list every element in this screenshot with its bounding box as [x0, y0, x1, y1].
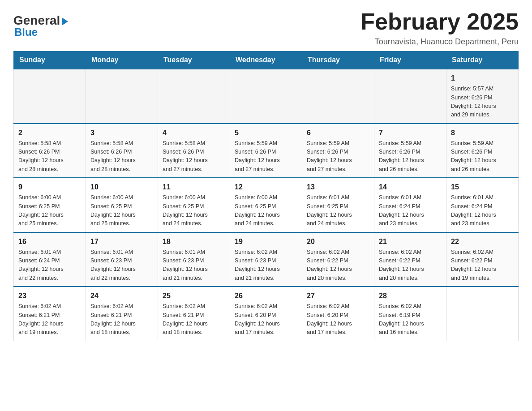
day-number: 11	[163, 182, 225, 193]
day-info: Sunrise: 6:01 AMSunset: 6:23 PMDaylight:…	[90, 248, 153, 283]
calendar-cell: 2Sunrise: 5:58 AMSunset: 6:26 PMDaylight…	[14, 124, 86, 178]
day-number: 25	[163, 291, 225, 301]
calendar-cell: 22Sunrise: 6:02 AMSunset: 6:22 PMDayligh…	[446, 232, 519, 287]
calendar-cell	[230, 69, 302, 124]
calendar-cell: 12Sunrise: 6:00 AMSunset: 6:25 PMDayligh…	[230, 178, 302, 232]
calendar-cell: 26Sunrise: 6:02 AMSunset: 6:20 PMDayligh…	[230, 287, 302, 341]
calendar-cell: 11Sunrise: 6:00 AMSunset: 6:25 PMDayligh…	[158, 178, 230, 232]
day-info: Sunrise: 5:59 AMSunset: 6:26 PMDaylight:…	[379, 139, 442, 174]
calendar-cell: 16Sunrise: 6:01 AMSunset: 6:24 PMDayligh…	[14, 232, 86, 287]
day-number: 18	[163, 236, 225, 247]
calendar-cell: 6Sunrise: 5:59 AMSunset: 6:26 PMDaylight…	[302, 124, 374, 178]
logo: General Blue	[13, 9, 68, 39]
day-number: 21	[379, 236, 442, 247]
calendar-cell: 19Sunrise: 6:02 AMSunset: 6:23 PMDayligh…	[230, 232, 302, 287]
day-info: Sunrise: 5:59 AMSunset: 6:26 PMDaylight:…	[235, 139, 297, 174]
day-info: Sunrise: 6:02 AMSunset: 6:20 PMDaylight:…	[307, 302, 369, 337]
header: General Blue February 2025 Tournavista, …	[13, 9, 519, 47]
week-row-5: 23Sunrise: 6:02 AMSunset: 6:21 PMDayligh…	[14, 287, 519, 341]
weekday-header-friday: Friday	[374, 51, 446, 69]
day-info: Sunrise: 6:02 AMSunset: 6:21 PMDaylight:…	[90, 302, 153, 337]
calendar-header: SundayMondayTuesdayWednesdayThursdayFrid…	[14, 51, 519, 69]
calendar-cell: 21Sunrise: 6:02 AMSunset: 6:22 PMDayligh…	[374, 232, 446, 287]
weekday-header-monday: Monday	[86, 51, 158, 69]
weekday-header-sunday: Sunday	[14, 51, 86, 69]
calendar-cell: 28Sunrise: 6:02 AMSunset: 6:19 PMDayligh…	[374, 287, 446, 341]
day-info: Sunrise: 6:02 AMSunset: 6:22 PMDaylight:…	[307, 248, 369, 283]
day-info: Sunrise: 6:01 AMSunset: 6:23 PMDaylight:…	[163, 248, 225, 283]
weekday-row: SundayMondayTuesdayWednesdayThursdayFrid…	[14, 51, 519, 69]
title-area: February 2025 Tournavista, Huanuco Depar…	[360, 9, 519, 47]
calendar-cell: 7Sunrise: 5:59 AMSunset: 6:26 PMDaylight…	[374, 124, 446, 178]
calendar-cell: 5Sunrise: 5:59 AMSunset: 6:26 PMDaylight…	[230, 124, 302, 178]
day-info: Sunrise: 6:00 AMSunset: 6:25 PMDaylight:…	[163, 193, 225, 228]
week-row-3: 9Sunrise: 6:00 AMSunset: 6:25 PMDaylight…	[14, 178, 519, 232]
calendar-body: 1Sunrise: 5:57 AMSunset: 6:26 PMDaylight…	[14, 69, 519, 341]
calendar-cell: 1Sunrise: 5:57 AMSunset: 6:26 PMDaylight…	[446, 69, 519, 124]
day-info: Sunrise: 5:58 AMSunset: 6:26 PMDaylight:…	[18, 139, 81, 174]
day-number: 4	[163, 128, 225, 138]
day-number: 14	[379, 182, 442, 193]
day-info: Sunrise: 5:57 AMSunset: 6:26 PMDaylight:…	[451, 85, 514, 120]
day-info: Sunrise: 6:02 AMSunset: 6:22 PMDaylight:…	[451, 248, 514, 283]
weekday-header-thursday: Thursday	[302, 51, 374, 69]
calendar-cell	[86, 69, 158, 124]
day-number: 8	[451, 128, 514, 138]
day-number: 7	[379, 128, 442, 138]
day-info: Sunrise: 6:01 AMSunset: 6:24 PMDaylight:…	[18, 248, 81, 283]
day-number: 22	[451, 236, 514, 247]
calendar-cell	[302, 69, 374, 124]
calendar-cell: 25Sunrise: 6:02 AMSunset: 6:21 PMDayligh…	[158, 287, 230, 341]
calendar-cell: 18Sunrise: 6:01 AMSunset: 6:23 PMDayligh…	[158, 232, 230, 287]
week-row-4: 16Sunrise: 6:01 AMSunset: 6:24 PMDayligh…	[14, 232, 519, 287]
day-number: 5	[235, 128, 297, 138]
calendar-cell: 15Sunrise: 6:01 AMSunset: 6:24 PMDayligh…	[446, 178, 519, 232]
day-number: 2	[18, 128, 81, 138]
day-info: Sunrise: 6:02 AMSunset: 6:22 PMDaylight:…	[379, 248, 442, 283]
subtitle: Tournavista, Huanuco Department, Peru	[360, 37, 519, 47]
day-info: Sunrise: 6:01 AMSunset: 6:25 PMDaylight:…	[307, 193, 369, 228]
calendar: SundayMondayTuesdayWednesdayThursdayFrid…	[13, 51, 519, 341]
day-number: 20	[307, 236, 369, 247]
day-number: 9	[18, 182, 81, 193]
day-number: 6	[307, 128, 369, 138]
day-info: Sunrise: 6:02 AMSunset: 6:21 PMDaylight:…	[18, 302, 81, 337]
day-info: Sunrise: 6:00 AMSunset: 6:25 PMDaylight:…	[18, 193, 81, 228]
calendar-cell: 13Sunrise: 6:01 AMSunset: 6:25 PMDayligh…	[302, 178, 374, 232]
day-number: 28	[379, 291, 442, 301]
day-info: Sunrise: 6:01 AMSunset: 6:24 PMDaylight:…	[379, 193, 442, 228]
day-number: 26	[235, 291, 297, 301]
day-info: Sunrise: 5:58 AMSunset: 6:26 PMDaylight:…	[90, 139, 153, 174]
day-info: Sunrise: 6:02 AMSunset: 6:20 PMDaylight:…	[235, 302, 297, 337]
calendar-cell: 24Sunrise: 6:02 AMSunset: 6:21 PMDayligh…	[86, 287, 158, 341]
day-number: 23	[18, 291, 81, 301]
day-info: Sunrise: 6:00 AMSunset: 6:25 PMDaylight:…	[90, 193, 153, 228]
calendar-cell	[374, 69, 446, 124]
day-number: 17	[90, 236, 153, 247]
day-info: Sunrise: 5:59 AMSunset: 6:26 PMDaylight:…	[307, 139, 369, 174]
day-number: 27	[307, 291, 369, 301]
day-info: Sunrise: 6:02 AMSunset: 6:23 PMDaylight:…	[235, 248, 297, 283]
weekday-header-wednesday: Wednesday	[230, 51, 302, 69]
day-number: 1	[451, 73, 514, 84]
calendar-cell: 10Sunrise: 6:00 AMSunset: 6:25 PMDayligh…	[86, 178, 158, 232]
calendar-cell: 4Sunrise: 5:58 AMSunset: 6:26 PMDaylight…	[158, 124, 230, 178]
day-number: 16	[18, 236, 81, 247]
day-number: 19	[235, 236, 297, 247]
day-info: Sunrise: 6:02 AMSunset: 6:21 PMDaylight:…	[163, 302, 225, 337]
day-number: 13	[307, 182, 369, 193]
day-number: 24	[90, 291, 153, 301]
day-number: 10	[90, 182, 153, 193]
calendar-cell: 20Sunrise: 6:02 AMSunset: 6:22 PMDayligh…	[302, 232, 374, 287]
calendar-cell: 23Sunrise: 6:02 AMSunset: 6:21 PMDayligh…	[14, 287, 86, 341]
calendar-cell: 9Sunrise: 6:00 AMSunset: 6:25 PMDaylight…	[14, 178, 86, 232]
calendar-cell: 14Sunrise: 6:01 AMSunset: 6:24 PMDayligh…	[374, 178, 446, 232]
calendar-cell: 8Sunrise: 5:59 AMSunset: 6:26 PMDaylight…	[446, 124, 519, 178]
weekday-header-tuesday: Tuesday	[158, 51, 230, 69]
day-number: 3	[90, 128, 153, 138]
week-row-2: 2Sunrise: 5:58 AMSunset: 6:26 PMDaylight…	[14, 124, 519, 178]
day-number: 12	[235, 182, 297, 193]
calendar-cell	[158, 69, 230, 124]
week-row-1: 1Sunrise: 5:57 AMSunset: 6:26 PMDaylight…	[14, 69, 519, 124]
logo-arrow-icon	[62, 17, 68, 26]
